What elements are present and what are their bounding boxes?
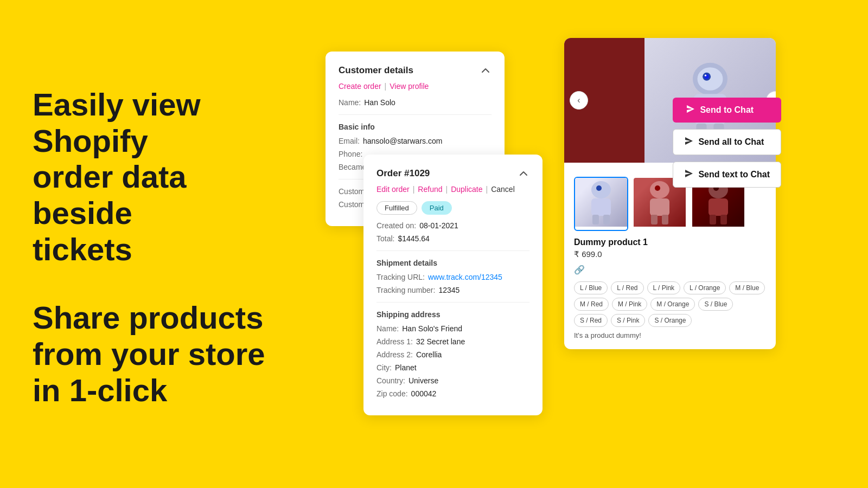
variant-s-blue[interactable]: S / Blue (698, 298, 733, 311)
order-collapse-button[interactable] (518, 168, 529, 179)
tracking-num-value: 12345 (438, 286, 459, 294)
send-text-to-chat-button[interactable]: Send text to Chat (673, 162, 781, 188)
became-label: Became (339, 163, 366, 171)
name-value: Han Solo (364, 98, 395, 107)
shipment-title: Shipment details (376, 259, 529, 267)
variant-m-blue[interactable]: M / Blue (729, 281, 765, 294)
thumbnail-1[interactable] (574, 177, 628, 231)
name-label: Name: (339, 98, 361, 107)
svg-rect-17 (592, 215, 599, 224)
headline-line2: order data beside (33, 159, 187, 230)
svg-point-4 (705, 75, 706, 76)
variant-m-orange[interactable]: M / Orange (650, 298, 695, 311)
customer-collapse-button[interactable] (480, 65, 492, 76)
view-profile-link[interactable]: View profile (390, 82, 429, 91)
fulfilled-badge: Fulfilled (376, 201, 417, 215)
refund-link[interactable]: Refund (418, 185, 442, 194)
addr2-label: Address 2: (376, 350, 413, 359)
variant-s-red[interactable]: S / Red (574, 314, 608, 327)
addr2-value: Corellia (416, 350, 442, 359)
variant-m-red[interactable]: M / Red (574, 298, 609, 311)
order-divider1 (376, 251, 529, 251)
tracking-num-label: Tracking number: (376, 286, 435, 294)
left-text-block: Easily view Shopify order data beside ti… (33, 87, 293, 409)
svg-point-1 (698, 67, 723, 91)
total-label: Total: (376, 234, 394, 243)
svg-rect-27 (710, 215, 716, 224)
variant-l-orange[interactable]: L / Orange (684, 281, 726, 294)
send-all-label: Send all to Chat (698, 137, 764, 147)
svg-rect-26 (709, 198, 728, 216)
product-card: ‹ › (564, 38, 776, 349)
svg-rect-16 (591, 198, 611, 216)
addr1-label: Address 1: (376, 337, 413, 346)
chat-buttons-panel: Send to Chat Send all to Chat Send text … (673, 98, 781, 188)
product-variants: L / Blue L / Red L / Pink L / Orange M /… (574, 281, 766, 327)
created-label: Created on: (376, 221, 416, 230)
variant-s-pink[interactable]: S / Pink (611, 314, 645, 327)
headline-line3: tickets (33, 232, 132, 267)
custom-label1: Custom (339, 187, 365, 196)
headline-line1: Easily view Shopify (33, 87, 201, 158)
duplicate-link[interactable]: Duplicate (451, 185, 482, 194)
ship-name-value: Han Solo's Friend (402, 324, 462, 333)
edit-order-link[interactable]: Edit order (376, 185, 410, 194)
svg-point-15 (596, 185, 602, 191)
create-order-link[interactable]: Create order (339, 82, 381, 91)
divider1 (339, 114, 492, 115)
svg-rect-23 (662, 215, 668, 224)
email-label: Email: (339, 137, 360, 145)
country-label: Country: (376, 376, 405, 385)
svg-rect-22 (651, 215, 658, 224)
product-card-section: ‹ › (564, 38, 776, 349)
send-all-icon (684, 136, 694, 148)
addr1-value: 32 Secret lane (416, 337, 465, 346)
shipping-title: Shipping address (376, 310, 529, 319)
country-value: Universe (409, 376, 438, 385)
send-to-chat-icon (686, 104, 695, 116)
headline-line5: from your store (33, 336, 265, 371)
send-text-icon (684, 169, 694, 181)
city-label: City: (376, 363, 392, 372)
svg-point-20 (655, 185, 660, 191)
variant-l-blue[interactable]: L / Blue (574, 281, 608, 294)
send-all-to-chat-button[interactable]: Send all to Chat (673, 129, 781, 155)
ship-name-label: Name: (376, 324, 399, 333)
customer-card-title: Customer details (339, 65, 413, 76)
svg-rect-28 (720, 215, 727, 224)
variant-m-pink[interactable]: M / Pink (612, 298, 647, 311)
zip-value: 000042 (411, 389, 437, 398)
phone-label: Phone: (339, 150, 362, 158)
tracking-url-value[interactable]: www.track.com/12345 (428, 273, 502, 281)
city-value: Planet (395, 363, 417, 372)
headline-line6: in 1-click (33, 373, 167, 408)
send-to-chat-button[interactable]: Send to Chat (673, 98, 781, 123)
order-divider2 (376, 302, 529, 303)
product-price: ₹ 699.0 (574, 249, 766, 259)
created-value: 08-01-2021 (419, 221, 458, 230)
headline-line4: Share products (33, 300, 263, 335)
email-value: hansolo@starwars.com (363, 137, 443, 145)
cancel-link[interactable]: Cancel (491, 185, 515, 194)
carousel-prev-button[interactable]: ‹ (570, 91, 588, 110)
custom-label2: Custom (339, 200, 365, 209)
svg-rect-21 (650, 198, 669, 216)
variant-l-pink[interactable]: L / Pink (647, 281, 681, 294)
product-name: Dummy product 1 (574, 237, 766, 247)
variant-s-orange[interactable]: S / Orange (648, 314, 692, 327)
total-value: $1445.64 (398, 234, 429, 243)
order-card-title: Order #1029 (376, 168, 430, 179)
tracking-url-label: Tracking URL: (376, 273, 425, 281)
zip-label: Zip code: (376, 389, 408, 398)
product-description: It's a product dummy! (574, 331, 766, 339)
send-to-chat-label: Send to Chat (700, 105, 754, 115)
send-text-label: Send text to Chat (698, 170, 770, 179)
variant-l-red[interactable]: L / Red (611, 281, 643, 294)
order-card: Order #1029 Edit order | Refund | Duplic… (363, 155, 542, 415)
basic-info-title: Basic info (339, 123, 492, 131)
paid-badge: Paid (422, 201, 452, 215)
product-link-icon[interactable]: 🔗 (574, 265, 766, 275)
svg-rect-18 (603, 215, 610, 224)
